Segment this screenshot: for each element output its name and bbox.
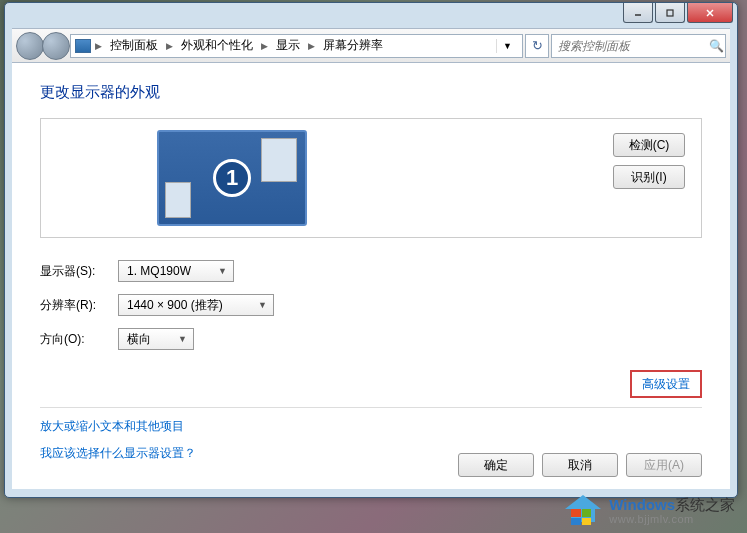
back-button[interactable] bbox=[16, 32, 44, 60]
resize-text-link[interactable]: 放大或缩小文本和其他项目 bbox=[40, 418, 702, 435]
monitor-number: 1 bbox=[213, 159, 251, 197]
maximize-button[interactable] bbox=[655, 3, 685, 23]
chevron-right-icon[interactable]: ▶ bbox=[93, 41, 104, 51]
orientation-dropdown[interactable]: 横向 ▼ bbox=[118, 328, 194, 350]
svg-rect-1 bbox=[667, 10, 673, 16]
watermark: Windows系统之家 www.bjjmlv.com bbox=[563, 493, 735, 529]
content-area: 更改显示器的外观 1 检测(C) 识别(I) 显示器(S): 1. MQ190W… bbox=[12, 63, 730, 489]
toolbar: ▶ 控制面板 ▶ 外观和个性化 ▶ 显示 ▶ 屏幕分辨率 ▼ ↻ 🔍 bbox=[12, 28, 730, 63]
monitor-thumb-icon bbox=[165, 182, 191, 218]
titlebar bbox=[5, 3, 737, 28]
address-dropdown[interactable]: ▼ bbox=[496, 39, 518, 53]
forward-button[interactable] bbox=[42, 32, 70, 60]
chevron-right-icon[interactable]: ▶ bbox=[306, 41, 317, 51]
monitor-preview[interactable]: 1 bbox=[157, 130, 307, 226]
monitor-thumb-icon bbox=[261, 138, 297, 182]
close-button[interactable] bbox=[687, 3, 733, 23]
search-box[interactable]: 🔍 bbox=[551, 34, 726, 58]
breadcrumb-item[interactable]: 屏幕分辨率 bbox=[319, 35, 387, 56]
divider bbox=[40, 407, 702, 408]
orientation-label: 方向(O): bbox=[40, 331, 118, 348]
resolution-value: 1440 × 900 (推荐) bbox=[127, 297, 223, 314]
watermark-brand: Windows系统之家 bbox=[609, 497, 735, 514]
search-icon: 🔍 bbox=[709, 39, 724, 53]
search-input[interactable] bbox=[558, 39, 709, 53]
chevron-right-icon[interactable]: ▶ bbox=[164, 41, 175, 51]
breadcrumb-item[interactable]: 外观和个性化 bbox=[177, 35, 257, 56]
cancel-button[interactable]: 取消 bbox=[542, 453, 618, 477]
control-panel-icon bbox=[75, 39, 91, 53]
address-bar[interactable]: ▶ 控制面板 ▶ 外观和个性化 ▶ 显示 ▶ 屏幕分辨率 ▼ bbox=[70, 34, 523, 58]
display-label: 显示器(S): bbox=[40, 263, 118, 280]
resolution-label: 分辨率(R): bbox=[40, 297, 118, 314]
control-panel-window: ▶ 控制面板 ▶ 外观和个性化 ▶ 显示 ▶ 屏幕分辨率 ▼ ↻ 🔍 更改显示器… bbox=[4, 2, 738, 498]
chevron-down-icon: ▼ bbox=[168, 334, 187, 344]
display-dropdown[interactable]: 1. MQ190W ▼ bbox=[118, 260, 234, 282]
resolution-dropdown[interactable]: 1440 × 900 (推荐) ▼ bbox=[118, 294, 274, 316]
orientation-value: 横向 bbox=[127, 331, 151, 348]
chevron-down-icon: ▼ bbox=[208, 266, 227, 276]
identify-button[interactable]: 识别(I) bbox=[613, 165, 685, 189]
minimize-button[interactable] bbox=[623, 3, 653, 23]
refresh-button[interactable]: ↻ bbox=[525, 34, 549, 58]
chevron-right-icon[interactable]: ▶ bbox=[259, 41, 270, 51]
watermark-logo-icon bbox=[563, 493, 603, 529]
breadcrumb-item[interactable]: 控制面板 bbox=[106, 35, 162, 56]
chevron-down-icon: ▼ bbox=[248, 300, 267, 310]
detect-button[interactable]: 检测(C) bbox=[613, 133, 685, 157]
display-value: 1. MQ190W bbox=[127, 264, 191, 278]
page-title: 更改显示器的外观 bbox=[40, 83, 702, 102]
watermark-url: www.bjjmlv.com bbox=[609, 513, 735, 525]
breadcrumb-item[interactable]: 显示 bbox=[272, 35, 304, 56]
apply-button[interactable]: 应用(A) bbox=[626, 453, 702, 477]
monitor-preview-box: 1 检测(C) 识别(I) bbox=[40, 118, 702, 238]
advanced-settings-link[interactable]: 高级设置 bbox=[630, 370, 702, 398]
ok-button[interactable]: 确定 bbox=[458, 453, 534, 477]
